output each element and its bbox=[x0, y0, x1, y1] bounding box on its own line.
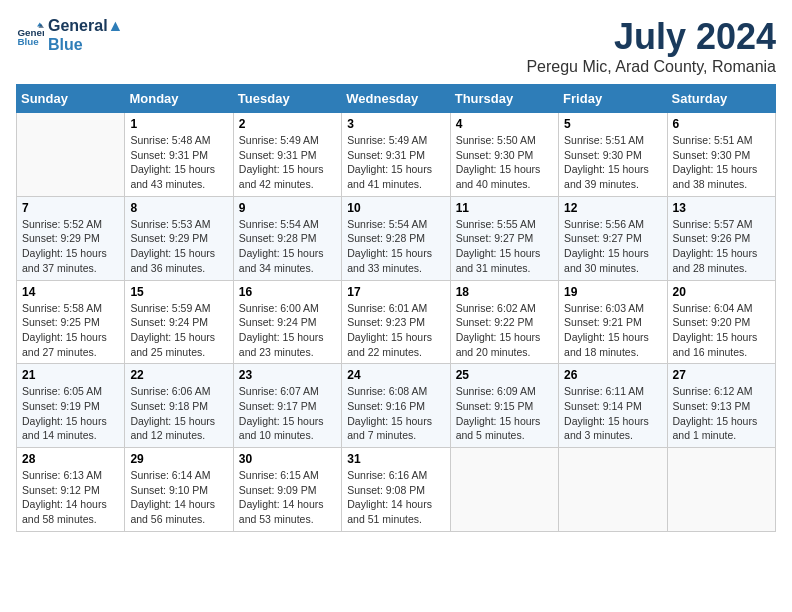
calendar-cell: 24Sunrise: 6:08 AM Sunset: 9:16 PM Dayli… bbox=[342, 364, 450, 448]
weekday-header-sunday: Sunday bbox=[17, 85, 125, 113]
weekday-header-thursday: Thursday bbox=[450, 85, 558, 113]
day-info: Sunrise: 6:09 AM Sunset: 9:15 PM Dayligh… bbox=[456, 384, 553, 443]
calendar-cell: 1Sunrise: 5:48 AM Sunset: 9:31 PM Daylig… bbox=[125, 113, 233, 197]
calendar-cell bbox=[559, 448, 667, 532]
day-info: Sunrise: 5:49 AM Sunset: 9:31 PM Dayligh… bbox=[239, 133, 336, 192]
day-info: Sunrise: 6:00 AM Sunset: 9:24 PM Dayligh… bbox=[239, 301, 336, 360]
day-number: 7 bbox=[22, 201, 119, 215]
day-number: 13 bbox=[673, 201, 770, 215]
calendar-cell: 25Sunrise: 6:09 AM Sunset: 9:15 PM Dayli… bbox=[450, 364, 558, 448]
calendar-cell: 2Sunrise: 5:49 AM Sunset: 9:31 PM Daylig… bbox=[233, 113, 341, 197]
calendar-cell: 18Sunrise: 6:02 AM Sunset: 9:22 PM Dayli… bbox=[450, 280, 558, 364]
day-info: Sunrise: 5:56 AM Sunset: 9:27 PM Dayligh… bbox=[564, 217, 661, 276]
month-title: July 2024 bbox=[526, 16, 776, 58]
day-number: 5 bbox=[564, 117, 661, 131]
calendar-cell: 9Sunrise: 5:54 AM Sunset: 9:28 PM Daylig… bbox=[233, 196, 341, 280]
logo-text-line1: General▲ bbox=[48, 16, 123, 35]
day-info: Sunrise: 6:04 AM Sunset: 9:20 PM Dayligh… bbox=[673, 301, 770, 360]
day-info: Sunrise: 5:53 AM Sunset: 9:29 PM Dayligh… bbox=[130, 217, 227, 276]
day-info: Sunrise: 5:54 AM Sunset: 9:28 PM Dayligh… bbox=[239, 217, 336, 276]
day-number: 18 bbox=[456, 285, 553, 299]
calendar-cell: 30Sunrise: 6:15 AM Sunset: 9:09 PM Dayli… bbox=[233, 448, 341, 532]
weekday-header-friday: Friday bbox=[559, 85, 667, 113]
day-info: Sunrise: 6:05 AM Sunset: 9:19 PM Dayligh… bbox=[22, 384, 119, 443]
day-number: 19 bbox=[564, 285, 661, 299]
header: General Blue General▲ Blue July 2024 Per… bbox=[16, 16, 776, 76]
day-number: 22 bbox=[130, 368, 227, 382]
day-number: 26 bbox=[564, 368, 661, 382]
weekday-header-monday: Monday bbox=[125, 85, 233, 113]
day-number: 31 bbox=[347, 452, 444, 466]
logo-icon: General Blue bbox=[16, 21, 44, 49]
calendar-week-row: 28Sunrise: 6:13 AM Sunset: 9:12 PM Dayli… bbox=[17, 448, 776, 532]
calendar-cell bbox=[17, 113, 125, 197]
day-info: Sunrise: 6:12 AM Sunset: 9:13 PM Dayligh… bbox=[673, 384, 770, 443]
day-number: 15 bbox=[130, 285, 227, 299]
day-number: 4 bbox=[456, 117, 553, 131]
day-number: 14 bbox=[22, 285, 119, 299]
calendar-week-row: 7Sunrise: 5:52 AM Sunset: 9:29 PM Daylig… bbox=[17, 196, 776, 280]
day-info: Sunrise: 6:13 AM Sunset: 9:12 PM Dayligh… bbox=[22, 468, 119, 527]
day-number: 11 bbox=[456, 201, 553, 215]
day-info: Sunrise: 5:49 AM Sunset: 9:31 PM Dayligh… bbox=[347, 133, 444, 192]
day-info: Sunrise: 5:58 AM Sunset: 9:25 PM Dayligh… bbox=[22, 301, 119, 360]
day-number: 25 bbox=[456, 368, 553, 382]
calendar-cell: 3Sunrise: 5:49 AM Sunset: 9:31 PM Daylig… bbox=[342, 113, 450, 197]
day-number: 20 bbox=[673, 285, 770, 299]
day-number: 23 bbox=[239, 368, 336, 382]
calendar-cell: 26Sunrise: 6:11 AM Sunset: 9:14 PM Dayli… bbox=[559, 364, 667, 448]
day-info: Sunrise: 5:50 AM Sunset: 9:30 PM Dayligh… bbox=[456, 133, 553, 192]
calendar-cell: 14Sunrise: 5:58 AM Sunset: 9:25 PM Dayli… bbox=[17, 280, 125, 364]
weekday-header-tuesday: Tuesday bbox=[233, 85, 341, 113]
calendar-cell: 23Sunrise: 6:07 AM Sunset: 9:17 PM Dayli… bbox=[233, 364, 341, 448]
day-info: Sunrise: 6:07 AM Sunset: 9:17 PM Dayligh… bbox=[239, 384, 336, 443]
calendar-cell: 15Sunrise: 5:59 AM Sunset: 9:24 PM Dayli… bbox=[125, 280, 233, 364]
svg-text:Blue: Blue bbox=[17, 36, 39, 47]
calendar-cell: 21Sunrise: 6:05 AM Sunset: 9:19 PM Dayli… bbox=[17, 364, 125, 448]
day-info: Sunrise: 6:16 AM Sunset: 9:08 PM Dayligh… bbox=[347, 468, 444, 527]
calendar-cell: 19Sunrise: 6:03 AM Sunset: 9:21 PM Dayli… bbox=[559, 280, 667, 364]
day-number: 9 bbox=[239, 201, 336, 215]
day-info: Sunrise: 6:08 AM Sunset: 9:16 PM Dayligh… bbox=[347, 384, 444, 443]
calendar-cell: 4Sunrise: 5:50 AM Sunset: 9:30 PM Daylig… bbox=[450, 113, 558, 197]
day-info: Sunrise: 5:54 AM Sunset: 9:28 PM Dayligh… bbox=[347, 217, 444, 276]
day-info: Sunrise: 6:06 AM Sunset: 9:18 PM Dayligh… bbox=[130, 384, 227, 443]
day-number: 24 bbox=[347, 368, 444, 382]
calendar-cell: 20Sunrise: 6:04 AM Sunset: 9:20 PM Dayli… bbox=[667, 280, 775, 364]
title-area: July 2024 Peregu Mic, Arad County, Roman… bbox=[526, 16, 776, 76]
calendar-week-row: 1Sunrise: 5:48 AM Sunset: 9:31 PM Daylig… bbox=[17, 113, 776, 197]
day-number: 1 bbox=[130, 117, 227, 131]
day-info: Sunrise: 6:14 AM Sunset: 9:10 PM Dayligh… bbox=[130, 468, 227, 527]
calendar-cell: 17Sunrise: 6:01 AM Sunset: 9:23 PM Dayli… bbox=[342, 280, 450, 364]
day-info: Sunrise: 5:48 AM Sunset: 9:31 PM Dayligh… bbox=[130, 133, 227, 192]
day-number: 28 bbox=[22, 452, 119, 466]
day-number: 29 bbox=[130, 452, 227, 466]
location-title: Peregu Mic, Arad County, Romania bbox=[526, 58, 776, 76]
calendar-week-row: 14Sunrise: 5:58 AM Sunset: 9:25 PM Dayli… bbox=[17, 280, 776, 364]
calendar-cell: 13Sunrise: 5:57 AM Sunset: 9:26 PM Dayli… bbox=[667, 196, 775, 280]
calendar-cell: 31Sunrise: 6:16 AM Sunset: 9:08 PM Dayli… bbox=[342, 448, 450, 532]
logo: General Blue General▲ Blue bbox=[16, 16, 123, 54]
calendar-cell: 27Sunrise: 6:12 AM Sunset: 9:13 PM Dayli… bbox=[667, 364, 775, 448]
day-info: Sunrise: 6:11 AM Sunset: 9:14 PM Dayligh… bbox=[564, 384, 661, 443]
calendar-table: SundayMondayTuesdayWednesdayThursdayFrid… bbox=[16, 84, 776, 532]
day-number: 12 bbox=[564, 201, 661, 215]
calendar-week-row: 21Sunrise: 6:05 AM Sunset: 9:19 PM Dayli… bbox=[17, 364, 776, 448]
calendar-cell: 16Sunrise: 6:00 AM Sunset: 9:24 PM Dayli… bbox=[233, 280, 341, 364]
day-info: Sunrise: 6:03 AM Sunset: 9:21 PM Dayligh… bbox=[564, 301, 661, 360]
day-info: Sunrise: 6:15 AM Sunset: 9:09 PM Dayligh… bbox=[239, 468, 336, 527]
day-number: 16 bbox=[239, 285, 336, 299]
day-number: 2 bbox=[239, 117, 336, 131]
calendar-cell: 22Sunrise: 6:06 AM Sunset: 9:18 PM Dayli… bbox=[125, 364, 233, 448]
calendar-cell: 6Sunrise: 5:51 AM Sunset: 9:30 PM Daylig… bbox=[667, 113, 775, 197]
calendar-cell: 29Sunrise: 6:14 AM Sunset: 9:10 PM Dayli… bbox=[125, 448, 233, 532]
weekday-header-saturday: Saturday bbox=[667, 85, 775, 113]
calendar-cell bbox=[667, 448, 775, 532]
day-info: Sunrise: 6:02 AM Sunset: 9:22 PM Dayligh… bbox=[456, 301, 553, 360]
calendar-cell: 5Sunrise: 5:51 AM Sunset: 9:30 PM Daylig… bbox=[559, 113, 667, 197]
day-number: 30 bbox=[239, 452, 336, 466]
logo-text-line2: Blue bbox=[48, 35, 123, 54]
day-number: 3 bbox=[347, 117, 444, 131]
day-info: Sunrise: 5:59 AM Sunset: 9:24 PM Dayligh… bbox=[130, 301, 227, 360]
day-info: Sunrise: 5:57 AM Sunset: 9:26 PM Dayligh… bbox=[673, 217, 770, 276]
